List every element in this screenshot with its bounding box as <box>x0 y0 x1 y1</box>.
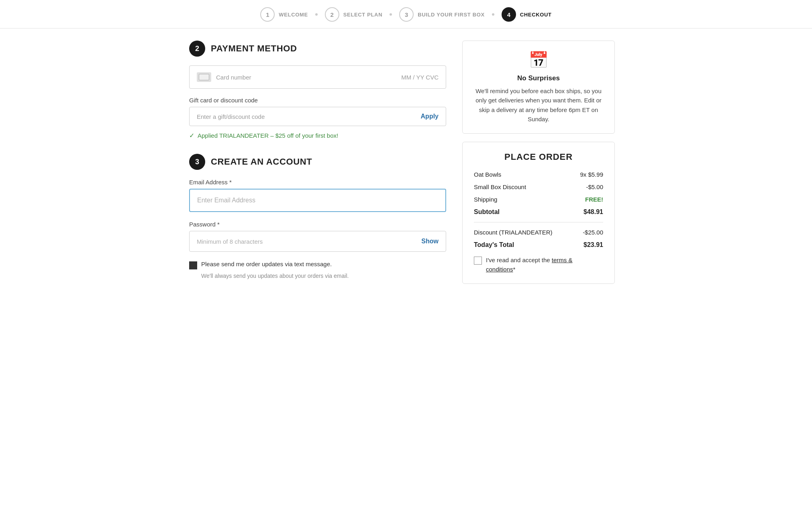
small-box-discount-value: -$5.00 <box>586 183 603 190</box>
nav-dot-1 <box>315 13 318 16</box>
calendar-icon-wrapper: 📅 <box>474 51 603 69</box>
order-row-oat-bowls: Oat Bowls 9x $5.99 <box>474 171 603 178</box>
email-field-label: Email Address * <box>189 179 446 186</box>
payment-section-title: PAYMENT METHOD <box>211 43 297 54</box>
order-row-shipping: Shipping FREE! <box>474 196 603 203</box>
discount-applied-row: ✓ Applied TRIALANDEATER – $25 off of you… <box>189 132 446 139</box>
terms-prefix: I've read and accept the <box>486 257 552 263</box>
nav-dot-3 <box>492 13 494 16</box>
page-layout: 2 PAYMENT METHOD Card number MM / YY CVC… <box>165 29 647 302</box>
no-surprises-text: We'll remind you before each box ships, … <box>474 86 603 124</box>
sms-checkbox-label: Please send me order updates via text me… <box>201 261 332 267</box>
calendar-icon: 📅 <box>528 51 549 69</box>
checkout-nav: 1 WELCOME 2 SELECT PLAN 3 BUILD YOUR FIR… <box>0 0 812 29</box>
trialandeater-value: -$25.00 <box>583 229 603 236</box>
card-number-placeholder: Card number <box>216 74 396 81</box>
payment-header: 2 PAYMENT METHOD <box>189 41 446 57</box>
place-order-title: PLACE ORDER <box>474 152 603 162</box>
left-column: 2 PAYMENT METHOD Card number MM / YY CVC… <box>189 41 446 290</box>
account-section: 3 CREATE AN ACCOUNT Email Address * Pass… <box>189 154 446 279</box>
order-row-subtotal: Subtotal $48.91 <box>474 208 603 216</box>
email-input[interactable] <box>189 189 446 212</box>
password-placeholder: Minimum of 8 characters <box>197 238 263 245</box>
subtotal-label: Subtotal <box>474 208 500 216</box>
gift-label: Gift card or discount code <box>189 97 446 104</box>
terms-asterisk: * <box>513 266 516 273</box>
nav-step-4[interactable]: 4 CHECKOUT <box>502 7 552 22</box>
nav-step-3[interactable]: 3 BUILD YOUR FIRST BOX <box>399 7 485 22</box>
step-label-4: CHECKOUT <box>520 12 552 18</box>
order-row-trialandeater: Discount (TRIALANDEATER) -$25.00 <box>474 229 603 236</box>
discount-applied-text: Applied TRIALANDEATER – $25 off of your … <box>198 132 338 139</box>
order-divider <box>474 222 603 222</box>
step-circle-1: 1 <box>260 7 275 22</box>
step-circle-3: 3 <box>399 7 414 22</box>
terms-row: I've read and accept the terms & conditi… <box>474 256 603 274</box>
step-circle-2: 2 <box>325 7 339 22</box>
nav-step-1[interactable]: 1 WELCOME <box>260 7 308 22</box>
nav-dot-2 <box>390 13 392 16</box>
step-label-2: SELECT PLAN <box>343 12 382 18</box>
no-surprises-title: No Surprises <box>474 74 603 82</box>
show-password-button[interactable]: Show <box>421 238 439 245</box>
total-value: $23.91 <box>583 241 603 249</box>
card-extra-fields: MM / YY CVC <box>401 74 439 81</box>
right-column: 📅 No Surprises We'll remind you before e… <box>462 41 615 284</box>
shipping-label: Shipping <box>474 196 497 203</box>
step-label-1: WELCOME <box>279 12 308 18</box>
gift-input-box[interactable]: Enter a gift/discount code Apply <box>189 107 446 126</box>
step-label-3: BUILD YOUR FIRST BOX <box>418 12 485 18</box>
order-row-total: Today's Total $23.91 <box>474 241 603 249</box>
credit-card-icon <box>197 72 211 82</box>
shipping-value: FREE! <box>585 196 603 203</box>
sms-checkbox-row: Please send me order updates via text me… <box>189 261 446 269</box>
password-input-box[interactable]: Minimum of 8 characters Show <box>189 231 446 252</box>
card-input-box[interactable]: Card number MM / YY CVC <box>189 65 446 89</box>
sms-checkbox[interactable] <box>189 261 197 269</box>
small-box-discount-label: Small Box Discount <box>474 183 526 190</box>
payment-section-num: 2 <box>189 41 205 57</box>
password-field-label: Password * <box>189 221 446 228</box>
nav-step-2[interactable]: 2 SELECT PLAN <box>325 7 382 22</box>
oat-bowls-label: Oat Bowls <box>474 171 501 178</box>
subtotal-value: $48.91 <box>583 208 603 216</box>
payment-section: 2 PAYMENT METHOD Card number MM / YY CVC… <box>189 41 446 139</box>
no-surprises-card: 📅 No Surprises We'll remind you before e… <box>462 41 615 134</box>
account-section-title: CREATE AN ACCOUNT <box>211 157 312 167</box>
total-label: Today's Total <box>474 241 514 249</box>
account-header: 3 CREATE AN ACCOUNT <box>189 154 446 170</box>
terms-text: I've read and accept the terms & conditi… <box>486 256 603 274</box>
account-section-num: 3 <box>189 154 205 170</box>
gift-input-placeholder: Enter a gift/discount code <box>197 113 265 120</box>
sms-email-note: We'll always send you updates about your… <box>201 273 446 279</box>
apply-button[interactable]: Apply <box>421 113 439 120</box>
step-circle-4: 4 <box>502 7 516 22</box>
order-row-discount: Small Box Discount -$5.00 <box>474 183 603 190</box>
trialandeater-label: Discount (TRIALANDEATER) <box>474 229 553 236</box>
place-order-card: PLACE ORDER Oat Bowls 9x $5.99 Small Box… <box>462 142 615 284</box>
checkmark-icon: ✓ <box>189 132 194 139</box>
terms-checkbox[interactable] <box>474 257 482 265</box>
oat-bowls-value: 9x $5.99 <box>580 171 603 178</box>
